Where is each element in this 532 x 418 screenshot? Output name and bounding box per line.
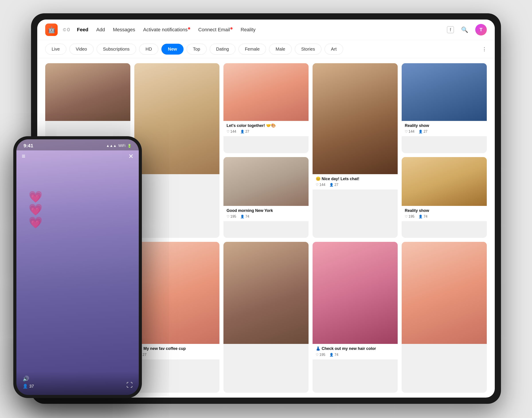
tab-hd[interactable]: HD — [139, 44, 158, 55]
nav-notifications[interactable]: Activate notifications — [143, 27, 190, 33]
user-avatar[interactable]: T — [475, 24, 487, 35]
phone-volume-icon[interactable]: 🔊 — [22, 376, 29, 382]
nav-add[interactable]: Add — [96, 27, 105, 33]
nav-messages[interactable]: Messages — [113, 27, 135, 33]
card-10-stats: 👤27 — [137, 353, 216, 357]
card-12-image — [312, 242, 398, 344]
card-8-viewers: 👤74 — [419, 215, 428, 219]
card-10-image — [134, 242, 220, 344]
nav-right: f 🔍 T — [447, 24, 487, 35]
search-icon[interactable]: 🔍 — [460, 25, 469, 34]
phone-viewers: 👤 37 — [22, 383, 34, 389]
card-8-title: Reality show — [405, 208, 484, 213]
card-10[interactable]: ☕ My new fav coffee cup 👤27 — [134, 242, 220, 393]
phone-viewer-count: 37 — [29, 384, 34, 389]
phone-device: 💗💗💗 9:41 ▲▲▲ WiFi 🔋 ≡ ✕ 🔊 👤 37 — [13, 136, 142, 398]
card-8-image — [402, 157, 487, 206]
tab-female[interactable]: Female — [239, 44, 266, 55]
tab-subscriptions[interactable]: Subscriptions — [97, 44, 136, 55]
card-8-stats: ♡195 👤74 — [405, 215, 484, 219]
person-icon-5: 👤 — [419, 129, 423, 134]
card-5-stats: ♡144 👤27 — [405, 129, 484, 134]
card-5-likes: ♡144 — [405, 129, 414, 134]
counter-value: 0 — [67, 27, 70, 33]
heart-icon-7: ♡ — [227, 215, 229, 219]
phone-background — [16, 139, 139, 395]
more-options-icon[interactable]: ⋮ — [482, 46, 487, 52]
app-logo[interactable]: 🤖 — [45, 23, 58, 36]
phone-action-icons: 🔊 — [22, 376, 34, 382]
card-12[interactable]: 👗 Check out my new hair color ♡195 👤74 — [312, 242, 398, 393]
top-nav: 🤖 © 0 Feed Add Messages Activate notific… — [37, 20, 495, 40]
heart-icon-4: ♡ — [316, 183, 319, 187]
card-11-image — [223, 242, 309, 344]
tab-dating[interactable]: Dating — [210, 44, 235, 55]
card-8-likes: ♡195 — [405, 215, 414, 219]
nav-connect-email[interactable]: Connect Email — [198, 27, 233, 33]
card-3[interactable]: Let's color together! 🤝🎨 ♡144 👤27 — [223, 63, 309, 153]
card-3-title: Let's color together! 🤝🎨 — [227, 123, 305, 128]
phone-overlay-top: ≡ ✕ — [16, 139, 139, 160]
tab-stories[interactable]: Stories — [295, 44, 321, 55]
heart-icon-8: ♡ — [405, 215, 408, 219]
card-4-info: 😊 Nice day! Lets chat! ♡144 👤27 — [312, 174, 398, 189]
person-icon-7: 👤 — [240, 215, 244, 219]
card-7-stats: ♡195 👤74 — [227, 215, 305, 219]
phone-screen: 💗💗💗 9:41 ▲▲▲ WiFi 🔋 ≡ ✕ 🔊 👤 37 — [16, 139, 139, 395]
facebook-icon[interactable]: f — [447, 26, 454, 33]
card-8[interactable]: Reality show ♡195 👤74 — [402, 157, 487, 238]
card-4-title: 😊 Nice day! Lets chat! — [316, 176, 395, 182]
card-4-stats: ♡144 👤27 — [316, 183, 395, 187]
avatar-letter: T — [479, 27, 482, 33]
card-3-likes: ♡144 — [227, 129, 236, 134]
nav-counter: © 0 — [63, 27, 70, 33]
phone-bottom-bar: 🔊 👤 37 ⛶ — [16, 372, 139, 395]
eye-icon: © — [63, 27, 66, 32]
phone-bottom-left: 🔊 👤 37 — [22, 376, 34, 389]
card-13[interactable] — [402, 242, 487, 393]
card-7[interactable]: Good morning New York ♡195 👤74 — [223, 157, 309, 238]
card-12-stats: ♡195 👤74 — [316, 353, 395, 357]
tab-video[interactable]: Video — [69, 44, 94, 55]
card-7-image — [223, 157, 309, 206]
card-4-likes: ♡144 — [316, 183, 325, 187]
tab-new[interactable]: New — [161, 44, 183, 55]
person-icon-8: 👤 — [419, 215, 423, 219]
phone-fullscreen-icon[interactable]: ⛶ — [126, 381, 133, 389]
person-icon: 👤 — [240, 129, 244, 134]
card-2[interactable] — [134, 63, 220, 238]
card-5[interactable]: Reality show ♡144 👤27 — [402, 63, 487, 153]
card-5-title: Reality show — [405, 123, 484, 128]
tab-top[interactable]: Top — [187, 44, 207, 55]
phone-menu-icon[interactable]: ≡ — [22, 153, 25, 160]
card-4-image — [312, 63, 398, 174]
card-5-info: Reality show ♡144 👤27 — [402, 121, 487, 136]
tab-art[interactable]: Art — [324, 44, 343, 55]
card-11[interactable] — [223, 242, 309, 393]
card-7-title: Good morning New York — [227, 208, 305, 213]
card-8-info: Reality show ♡195 👤74 — [402, 206, 487, 221]
category-tabs: Live Video Subscriptions HD New Top Dati… — [37, 40, 495, 58]
tab-live[interactable]: Live — [45, 44, 66, 55]
card-2-image — [134, 63, 220, 174]
nav-feed[interactable]: Feed — [77, 27, 88, 33]
card-12-title: 👗 Check out my new hair color — [316, 346, 395, 351]
card-7-likes: ♡195 — [227, 215, 236, 219]
card-12-viewers: 👤74 — [329, 353, 338, 357]
nav-reality[interactable]: Reality — [241, 27, 255, 33]
card-7-info: Good morning New York ♡195 👤74 — [223, 206, 309, 221]
card-4-viewers: 👤27 — [329, 183, 338, 187]
card-5-viewers: 👤27 — [419, 129, 428, 134]
heart-icon-5: ♡ — [405, 129, 408, 134]
person-icon-4: 👤 — [329, 183, 334, 187]
card-13-image — [402, 242, 487, 344]
card-3-info: Let's color together! 🤝🎨 ♡144 👤27 — [223, 121, 309, 136]
card-10-info: ☕ My new fav coffee cup 👤27 — [134, 344, 220, 359]
card-12-info: 👗 Check out my new hair color ♡195 👤74 — [312, 344, 398, 359]
card-7-viewers: 👤74 — [240, 215, 249, 219]
nav-links: Feed Add Messages Activate notifications… — [77, 27, 255, 33]
tab-male[interactable]: Male — [269, 44, 291, 55]
phone-close-icon[interactable]: ✕ — [128, 153, 133, 160]
card-5-image — [402, 63, 487, 121]
card-4[interactable]: 😊 Nice day! Lets chat! ♡144 👤27 — [312, 63, 398, 238]
